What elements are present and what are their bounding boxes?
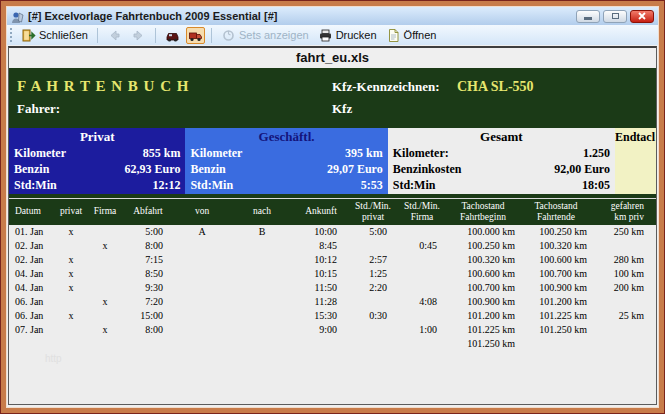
table-cell [87, 337, 123, 351]
table-cell: x [55, 309, 87, 323]
table-cell: 04. Jan [9, 267, 55, 281]
truck-icon [188, 28, 203, 43]
table-cell: x [87, 295, 123, 309]
stat-value: 92,00 Euro [554, 161, 610, 177]
maximize-icon [612, 13, 619, 19]
table-cell: x [87, 239, 123, 253]
toolbar-separator [97, 28, 98, 43]
table-cell: 7:20 [123, 295, 173, 309]
stat-label: Benzin [14, 161, 49, 177]
table-cell [397, 309, 447, 323]
table-row[interactable]: 02. Janx8:008:450:45100.250 km100.320 km [9, 239, 656, 253]
table-cell: 9:00 [293, 323, 349, 337]
panel-endtacho: Endtacl [615, 128, 656, 194]
stat-value: 18:05 [582, 177, 610, 193]
panel-geschaeftl-title: Geschäftl. [185, 129, 387, 145]
back-button[interactable] [104, 27, 125, 44]
table-cell [349, 337, 397, 351]
table-cell: 100.700 km [447, 281, 519, 295]
panel-gesamt-title: Gesamt [388, 129, 615, 145]
table-row[interactable]: 06. Janx7:2011:284:08100.900 km101.200 k… [9, 295, 656, 309]
table-row[interactable]: 01. Janx5:00AB10:005:00100.000 km100.250… [9, 225, 656, 239]
back-arrow-icon [107, 28, 122, 43]
table-cell [9, 337, 55, 351]
table-cell: B [231, 225, 293, 239]
toolbar-separator [155, 28, 156, 43]
table-cell [173, 239, 231, 253]
table-cell [231, 323, 293, 337]
table-cell [231, 239, 293, 253]
minimize-button[interactable] [576, 10, 600, 23]
table-cell [231, 253, 293, 267]
table-cell: 8:00 [123, 323, 173, 337]
window-title: [#] Excelvorlage Fahrtenbuch 2009 Essent… [28, 10, 576, 22]
maximize-button[interactable] [603, 10, 627, 23]
table-cell: 100.000 km [447, 225, 519, 239]
table-body: 01. Janx5:00AB10:005:00100.000 km100.250… [9, 225, 656, 351]
table-cell: 02. Jan [9, 239, 55, 253]
open-label: Öffnen [404, 29, 437, 41]
close-button[interactable] [630, 10, 654, 23]
column-header: privat [55, 206, 87, 217]
stat-value: 1.250 [583, 145, 610, 161]
table-row[interactable]: 101.250 km [9, 337, 656, 351]
table-cell [231, 267, 293, 281]
table-cell [293, 337, 349, 351]
table-cell [87, 267, 123, 281]
table-row[interactable]: 06. Janx15:0015:300:30101.200 km101.225 … [9, 309, 656, 323]
table-cell: 10:15 [293, 267, 349, 281]
table-cell: 15:30 [293, 309, 349, 323]
table-cell: 8:00 [123, 239, 173, 253]
table-cell: 04. Jan [9, 281, 55, 295]
toolbar-grip[interactable] [10, 28, 13, 42]
table-cell [55, 239, 87, 253]
table-cell [173, 323, 231, 337]
open-button[interactable]: Öffnen [383, 27, 440, 44]
table-cell [173, 295, 231, 309]
table-cell [397, 253, 447, 267]
car-view-button[interactable] [162, 27, 183, 44]
show-sets-button[interactable]: Sets anzeigen [218, 27, 312, 44]
table-cell: 100.320 km [447, 253, 519, 267]
table-row[interactable]: 04. Janx9:3011:502:20100.700 km100.900 k… [9, 281, 656, 295]
table-cell: 06. Jan [9, 295, 55, 309]
stat-value: 29,07 Euro [327, 161, 383, 177]
table-cell [349, 295, 397, 309]
table-cell: 280 km [593, 253, 646, 267]
table-cell [55, 323, 87, 337]
column-header: nach [231, 206, 293, 217]
table-cell: x [55, 281, 87, 295]
table-cell: 100.250 km [447, 239, 519, 253]
table-cell [231, 281, 293, 295]
column-header: Tachostand Fahrtende [519, 201, 593, 224]
table-cell: 06. Jan [9, 309, 55, 323]
table-cell: 100.320 km [519, 239, 593, 253]
table-row[interactable]: 02. Janx7:1510:122:57100.320 km100.600 k… [9, 253, 656, 267]
close-file-button[interactable]: Schließen [18, 27, 91, 44]
table-cell [231, 337, 293, 351]
table-cell: 8:45 [293, 239, 349, 253]
table-cell: 0:30 [349, 309, 397, 323]
toolbar-separator [211, 28, 212, 43]
table-cell: 101.200 km [447, 309, 519, 323]
table-cell [173, 253, 231, 267]
table-row[interactable]: 04. Janx8:5010:151:25100.600 km100.700 k… [9, 267, 656, 281]
vehicle-label: Kfz [332, 98, 352, 120]
printer-icon [318, 28, 333, 43]
table-cell [87, 309, 123, 323]
close-file-label: Schließen [39, 29, 88, 41]
print-button[interactable]: Drucken [315, 27, 380, 44]
truck-view-button[interactable] [186, 27, 205, 44]
panel-privat-title: Privat [9, 129, 185, 145]
table-cell: 02. Jan [9, 253, 55, 267]
title-bar: [#] Excelvorlage Fahrtenbuch 2009 Essent… [7, 7, 658, 25]
table-cell: 1:00 [397, 323, 447, 337]
table-row[interactable]: 07. Janx8:009:001:00101.225 km101.250 km [9, 323, 656, 337]
table-cell [173, 309, 231, 323]
stat-label: Benzinkosten [393, 161, 462, 177]
watermark: http [45, 353, 62, 364]
column-header: Abfahrt [123, 206, 173, 217]
forward-button[interactable] [128, 27, 149, 44]
table-cell: 100 km [593, 267, 646, 281]
table-cell: 250 km [593, 225, 646, 239]
